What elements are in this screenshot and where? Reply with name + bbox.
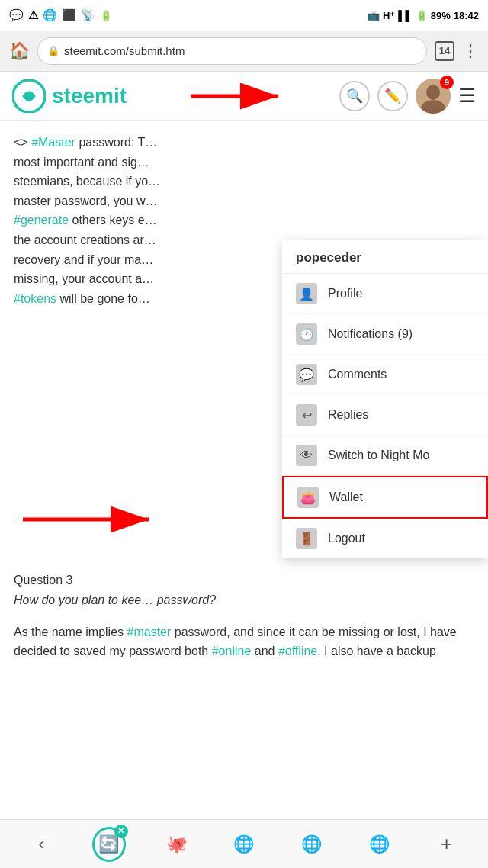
menu-item-logout[interactable]: 🚪 Logout (282, 519, 488, 558)
url-text: steemit.com/submit.htm (64, 44, 185, 57)
notifications-icon: 🕐 (296, 323, 317, 345)
hash-master-link[interactable]: #Master (31, 136, 75, 149)
notifications-label: Notifications (9) (328, 327, 413, 341)
warning-icon: ⚠ (28, 8, 38, 22)
signal-icon: 🔋 (100, 10, 112, 21)
active-tab-icon: 🔄 (98, 834, 119, 854)
status-icons-left: 💬 ⚠ 🌐 ⬛ 📡 🔋 (9, 8, 112, 22)
red-arrow-header (183, 79, 290, 113)
tab5-button[interactable]: 🌐 (362, 828, 396, 861)
home-icon[interactable]: 🏠 (9, 41, 30, 61)
notification-badge: 9 (440, 76, 454, 89)
active-tab-button[interactable]: 🔄 ✕ (92, 828, 126, 861)
battery-percent: 89% (431, 10, 451, 21)
nightmode-label: Switch to Night Mo (328, 448, 429, 462)
menu-item-notifications[interactable]: 🕐 Notifications (9) (282, 314, 488, 355)
profile-label: Profile (328, 287, 362, 301)
browser-menu-icon[interactable]: ⋮ (462, 41, 479, 61)
profile-icon: 👤 (296, 283, 317, 304)
hash-master2-link[interactable]: #master (127, 625, 172, 638)
user-dropdown-menu: popeceder 👤 Profile 🕐 Notifications (9) … (282, 240, 488, 558)
steemit-logo-icon (12, 79, 46, 113)
steemit-logo: steemit (12, 79, 127, 113)
app-header: steemit 🔍 ✏️ 9 ☰ (0, 72, 488, 121)
lock-icon: 🔒 (47, 45, 59, 56)
comments-label: Comments (328, 368, 387, 381)
signal-bars-icon: H⁺ (383, 10, 395, 21)
messenger-icon: 💬 (9, 8, 24, 22)
comments-icon: 💬 (296, 364, 317, 385)
answer-paragraph: As the name implies #master password, an… (14, 622, 474, 661)
time-display: 18:42 (454, 10, 479, 21)
hash-online-link[interactable]: #online (212, 645, 252, 657)
square-icon: ⬛ (62, 8, 76, 22)
github-tab-button[interactable]: 🐙 (159, 828, 193, 861)
logout-label: Logout (328, 532, 365, 545)
status-bar: 💬 ⚠ 🌐 ⬛ 📡 🔋 📺 H⁺ ▌▌ 🔋 89% 18:42 (0, 0, 488, 31)
content-area: <> #Master password: T… most important a… (0, 121, 488, 674)
question-label: Question 3 (14, 571, 474, 590)
search-icon: 🔍 (346, 88, 363, 104)
replies-label: Replies (328, 408, 368, 422)
menu-item-wallet[interactable]: 👛 Wallet (282, 476, 488, 519)
cast-icon: 📺 (368, 10, 380, 21)
status-right: 📺 H⁺ ▌▌ 🔋 89% 18:42 (368, 10, 479, 21)
question-section: Question 3 How do you plan to kee… passw… (0, 564, 488, 622)
close-tab-badge[interactable]: ✕ (114, 825, 128, 838)
wallet-label: Wallet (329, 490, 363, 504)
tab3-button[interactable]: 🌐 (227, 828, 261, 861)
red-arrow-wallet (15, 500, 168, 538)
menu-item-comments[interactable]: 💬 Comments (282, 355, 488, 395)
search-button[interactable]: 🔍 (339, 81, 370, 111)
logo-text: steemit (52, 84, 127, 108)
wallet-icon: 👛 (297, 487, 319, 508)
hamburger-menu-icon[interactable]: ☰ (458, 84, 476, 108)
replies-icon: ↩ (296, 404, 317, 426)
edit-icon: ✏️ (384, 88, 401, 104)
chrome-icon: 🌐 (43, 8, 57, 22)
tab4-button[interactable]: 🌐 (295, 828, 329, 861)
svg-point-4 (426, 85, 440, 100)
active-circle: 🔄 ✕ (92, 827, 126, 862)
question-text: How do you plan to kee… password? (14, 590, 474, 610)
avatar-container[interactable]: 9 (416, 79, 451, 114)
hash-offline-link[interactable]: #offline (278, 645, 317, 657)
dropdown-username: popeceder (282, 240, 488, 274)
browser-bar: 🏠 🔒 steemit.com/submit.htm 14 ⋮ (0, 31, 488, 72)
menu-item-nightmode[interactable]: 👁 Switch to Night Mo (282, 436, 488, 476)
antenna-icon: 📡 (81, 8, 95, 22)
menu-item-replies[interactable]: ↩ Replies (282, 395, 488, 436)
url-bar[interactable]: 🔒 steemit.com/submit.htm (37, 37, 427, 65)
edit-button[interactable]: ✏️ (377, 81, 408, 111)
answer-section: As the name implies #master password, an… (0, 622, 488, 674)
logout-icon: 🚪 (296, 528, 317, 549)
hash-tokens-link[interactable]: #tokens (14, 292, 56, 305)
header-actions: 🔍 ✏️ 9 ☰ (339, 79, 476, 114)
hash-generate-link[interactable]: #generate (14, 214, 69, 227)
signal-bars2-icon: ▌▌ (398, 10, 412, 21)
tab-count[interactable]: 14 (435, 41, 454, 61)
bottom-nav: ‹ 🔄 ✕ 🐙 🌐 🌐 🌐 + (0, 819, 488, 868)
battery-icon: 🔋 (416, 10, 428, 21)
nightmode-icon: 👁 (296, 445, 317, 466)
back-button[interactable]: ‹ (24, 828, 58, 861)
new-tab-button[interactable]: + (430, 828, 464, 861)
menu-item-profile[interactable]: 👤 Profile (282, 274, 488, 314)
